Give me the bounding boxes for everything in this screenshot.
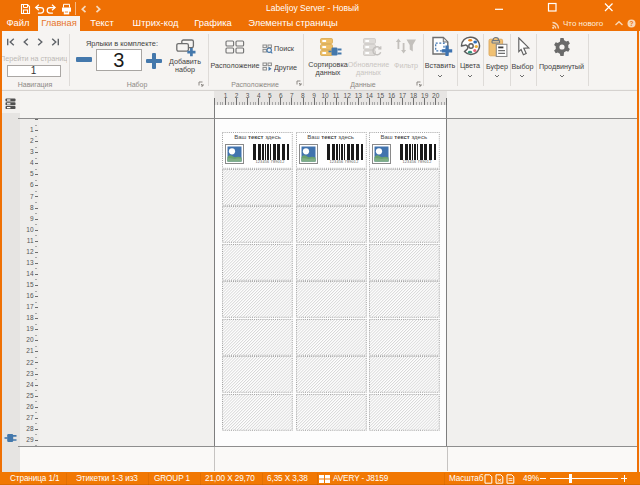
svg-text:123456 789012: 123456 789012 [402,160,431,164]
svg-text:123456 789012: 123456 789012 [256,160,285,164]
svg-text:123456 789012: 123456 789012 [329,160,358,164]
svg-text:?: ? [630,20,634,27]
